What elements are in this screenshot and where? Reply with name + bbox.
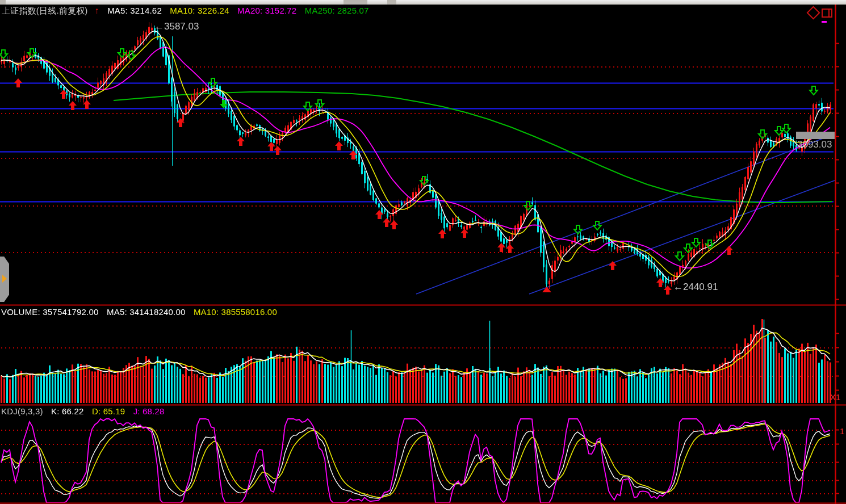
kdj-axis-label: 1 — [840, 426, 844, 436]
ma10-value: MA10: 3226.24 — [170, 6, 229, 15]
titlebar-segment — [344, 0, 367, 5]
kdj-j-value: J: 68.28 — [133, 406, 165, 416]
expand-arrow-icon — [2, 275, 7, 283]
volume-legend: VOLUME: 357541792.00 MA5: 341418240.00 M… — [1, 307, 283, 317]
titlebar-segment — [387, 0, 396, 5]
kdj-name: KDJ(9,3,3) — [1, 406, 43, 416]
sidebar-expand-tab[interactable] — [0, 257, 9, 302]
instrument-title: 上证指数(日线.前复权) — [2, 6, 88, 15]
volume-value: VOLUME: 357541792.00 — [1, 307, 99, 317]
restore-window-icon[interactable] — [822, 9, 832, 18]
minimize-dash-icon[interactable] — [822, 21, 827, 23]
main-chart-legend: 上证指数(日线.前复权)↑ MA5: 3214.62 MA10: 3226.24… — [2, 6, 375, 16]
volume-scale-label: X1 — [830, 392, 840, 402]
up-arrow-icon: ↑ — [95, 6, 99, 15]
volume-ma5-value: MA5: 341418240.00 — [107, 307, 186, 317]
low-price-annotation: ←2440.91 — [673, 282, 718, 293]
volume-ma10-value: MA10: 385558016.00 — [194, 307, 277, 317]
kdj-d-value: D: 65.19 — [92, 406, 125, 416]
chart-canvas[interactable] — [0, 0, 846, 504]
last-price-label: 3093.03 — [797, 139, 832, 150]
window-titlebar[interactable] — [0, 0, 846, 5]
ma5-value: MA5: 3214.62 — [107, 6, 162, 15]
peak-price-annotation: ←3587.03 — [154, 21, 199, 32]
ma250-value: MA250: 2825.07 — [305, 6, 369, 15]
kdj-legend: KDJ(9,3,3) K: 66.22 D: 65.19 J: 68.28 — [1, 406, 170, 416]
last-price-highlight-box — [796, 132, 835, 139]
stock-chart-window: 上证指数(日线.前复权)↑ MA5: 3214.62 MA10: 3226.24… — [0, 0, 846, 504]
titlebar-segment — [0, 0, 6, 5]
kdj-k-value: K: 66.22 — [51, 406, 83, 416]
ma20-value: MA20: 3152.72 — [237, 6, 296, 15]
